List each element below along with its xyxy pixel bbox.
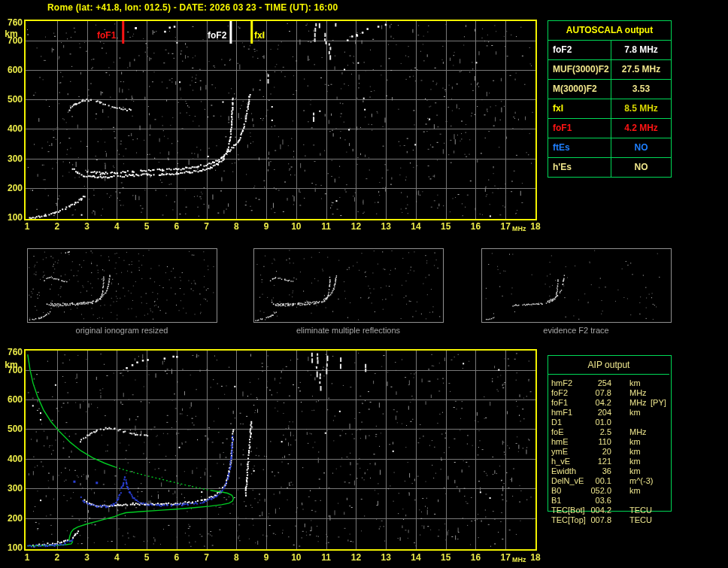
- aip-table-rows: hmF2254kmfoF207.8MHzfoF104.2MHz[PY]hmF12…: [551, 378, 678, 525]
- aip-param-label: hmE: [551, 437, 569, 447]
- bottom-plot-y-tick-100: 100: [0, 542, 23, 553]
- aip-row-ewidth: Ewidth36km: [551, 466, 678, 476]
- top-plot-y-tick-200: 200: [0, 183, 23, 193]
- top-plot-y-tick-500: 500: [0, 94, 23, 105]
- aip-row-hme: hmE110km: [551, 437, 678, 447]
- aip-param-value: 00.1: [577, 476, 611, 486]
- bottom-plot-x-tick-4: 4: [108, 552, 126, 563]
- param-label-muf3000f2: MUF(3000)F2: [548, 60, 611, 79]
- aip-table-title: AIP output: [548, 360, 670, 370]
- bottom-plot-x-tick-6: 6: [168, 552, 186, 563]
- bottom-plot-x-tick-16: 16: [466, 552, 484, 563]
- aip-param-value: 20: [577, 447, 611, 457]
- bottom-plot-y-axis-unit: km: [0, 360, 23, 370]
- top-plot-x-tick-2: 2: [48, 221, 66, 232]
- top-plot-x-tick-6: 6: [168, 221, 186, 232]
- aip-row-b0: B0052.0km: [551, 486, 678, 496]
- param-value-m3000f2: 3.53: [611, 80, 671, 99]
- bottom-plot-x-tick-9: 9: [257, 552, 275, 563]
- aip-param-value: 052.0: [577, 486, 611, 496]
- top-plot-x-axis-unit: MHz: [512, 225, 526, 232]
- aip-param-unit: km: [629, 466, 641, 476]
- aip-row-d1: D101.0: [551, 418, 678, 427]
- autoscala-row-hpes: h'Es NO: [548, 157, 671, 177]
- aip-param-unit: MHz: [629, 388, 647, 398]
- aip-row-b1: B103.6: [551, 496, 678, 506]
- aip-param-unit: km: [629, 457, 641, 466]
- aip-row-hmf1: hmF1204km: [551, 408, 678, 418]
- bottom-plot-y-tick-500: 500: [0, 424, 23, 434]
- top-plot-x-tick-12: 12: [347, 221, 365, 232]
- autoscala-row-fxi: fxI 8.5 MHz: [548, 99, 671, 118]
- param-value-ftes: NO: [611, 138, 671, 157]
- thumbnail-caption-eliminate: eliminate multiple reflections: [253, 326, 443, 335]
- aip-row-yme: ymE20km: [551, 447, 678, 457]
- param-value-fxi: 8.5 MHz: [611, 99, 671, 118]
- aip-param-unit: m^(-3): [629, 476, 653, 486]
- aip-row-hmf2: hmF2254km: [551, 378, 678, 388]
- thumbnail-caption-evidence: evidence F2 trace: [481, 326, 671, 335]
- bottom-plot-y-tick-200: 200: [0, 513, 23, 524]
- fof1-marker-label: foF1: [97, 30, 116, 41]
- top-plot-x-tick-13: 13: [377, 221, 395, 232]
- aip-row-tec-top-: TEC[Top]007.8TECU: [551, 515, 678, 525]
- bottom-plot-y-tick-300: 300: [0, 483, 23, 494]
- top-plot-y-axis-unit: km: [0, 29, 23, 39]
- aip-param-value: 36: [577, 466, 611, 476]
- aip-row-deln-ve: DelN_vE00.1m^(-3): [551, 476, 678, 486]
- aip-param-value: 121: [577, 457, 611, 466]
- autoscala-row-ftes: ftEs NO: [548, 138, 671, 157]
- param-value-hpes: NO: [611, 158, 671, 177]
- aip-param-unit: MHz: [629, 398, 647, 408]
- autoscala-output-table: AUTOSCALA output foF2 7.8 MHz MUF(3000)F…: [548, 20, 672, 178]
- aip-param-value: 04.2: [577, 398, 611, 408]
- top-plot-x-tick-9: 9: [257, 221, 275, 232]
- top-plot-x-tick-5: 5: [138, 221, 156, 232]
- top-plot-x-tick-8: 8: [227, 221, 245, 232]
- top-plot-x-tick-11: 11: [317, 221, 335, 232]
- autoscala-row-fof1: foF1 4.2 MHz: [548, 118, 671, 138]
- bottom-plot-x-tick-15: 15: [437, 552, 455, 563]
- aip-row-foe: foE2.5MHz: [551, 427, 678, 437]
- aip-param-unit: km: [629, 378, 641, 388]
- top-plot-x-tick-1: 1: [18, 221, 36, 232]
- top-plot-x-tick-4: 4: [108, 221, 126, 232]
- bottom-plot-x-tick-3: 3: [78, 552, 96, 563]
- aip-param-label: D1: [551, 418, 562, 427]
- bottom-plot-x-tick-2: 2: [48, 552, 66, 563]
- aip-param-value: 2.5: [577, 427, 611, 437]
- top-plot-y-tick-300: 300: [0, 153, 23, 164]
- aip-row-tec-bot-: TEC[Bot]004.2TECU: [551, 506, 678, 515]
- autoscala-row-m3000f2: M(3000)F2 3.53: [548, 79, 671, 99]
- aip-param-unit: TECU: [629, 515, 652, 525]
- bottom-plot-x-tick-12: 12: [347, 552, 365, 563]
- aip-row-fof1: foF104.2MHz[PY]: [551, 398, 678, 408]
- autoscala-row-fof2: foF2 7.8 MHz: [548, 41, 671, 59]
- param-value-muf3000f2: 27.5 MHz: [611, 60, 671, 79]
- aip-param-label: hmF2: [551, 378, 572, 388]
- aip-param-value: 110: [577, 437, 611, 447]
- aip-row-fof2: foF207.8MHz: [551, 388, 678, 398]
- top-plot-x-tick-15: 15: [437, 221, 455, 232]
- aip-param-label: B1: [551, 496, 561, 506]
- param-label-fxi: fxI: [548, 99, 611, 118]
- bottom-plot-x-tick-1: 1: [18, 552, 36, 563]
- fof2-marker-label: foF2: [208, 30, 226, 41]
- aip-param-label: h_vE: [551, 457, 570, 466]
- aip-param-value: 007.8: [577, 515, 611, 525]
- aip-param-value: 07.8: [577, 388, 611, 398]
- autoscala-row-muf3000f2: MUF(3000)F2 27.5 MHz: [548, 59, 671, 79]
- station-title: Rome (lat: +41.8, lon: 012.5) - DATE: 20…: [47, 2, 338, 13]
- bottom-plot-x-tick-18: 18: [526, 552, 544, 563]
- param-value-fof2: 7.8 MHz: [611, 41, 671, 59]
- top-plot-x-tick-3: 3: [78, 221, 96, 232]
- aip-param-unit: km: [629, 447, 641, 457]
- bottom-plot-y-tick-400: 400: [0, 454, 23, 464]
- param-label-fof1: foF1: [548, 119, 611, 138]
- aip-param-unit: km: [629, 437, 641, 447]
- top-plot-x-tick-16: 16: [466, 221, 484, 232]
- bottom-plot-x-tick-13: 13: [377, 552, 395, 563]
- bottom-plot-x-tick-8: 8: [227, 552, 245, 563]
- top-plot-x-tick-10: 10: [287, 221, 305, 232]
- top-plot-y-tick-600: 600: [0, 65, 23, 75]
